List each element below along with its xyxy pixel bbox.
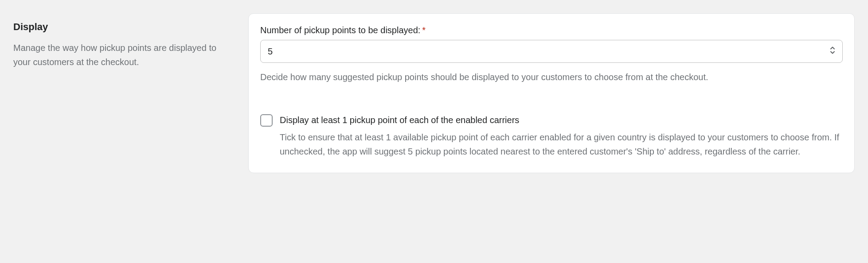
settings-card: Number of pickup points to be displayed:… [248, 13, 855, 173]
ensure-one-per-carrier-help: Tick to ensure that at least 1 available… [280, 130, 843, 159]
ensure-one-per-carrier-checkbox[interactable] [260, 114, 273, 127]
pickup-count-label-text: Number of pickup points to be displayed: [260, 25, 420, 35]
section-header: Display Manage the way how pickup points… [13, 13, 231, 173]
required-marker: * [422, 25, 426, 35]
pickup-count-select-wrap: 5 [260, 40, 843, 63]
ensure-one-per-carrier-label: Display at least 1 pickup point of each … [280, 113, 843, 127]
pickup-count-select[interactable]: 5 [260, 40, 843, 63]
section-description: Manage the way how pickup points are dis… [13, 41, 231, 69]
pickup-count-label: Number of pickup points to be displayed:… [260, 25, 843, 35]
section-title: Display [13, 21, 231, 33]
settings-section: Display Manage the way how pickup points… [13, 13, 855, 173]
ensure-one-per-carrier-row: Display at least 1 pickup point of each … [260, 113, 843, 159]
pickup-count-help: Decide how many suggested pickup points … [260, 70, 843, 84]
section-content: Number of pickup points to be displayed:… [248, 13, 855, 173]
ensure-one-per-carrier-content: Display at least 1 pickup point of each … [280, 113, 843, 159]
